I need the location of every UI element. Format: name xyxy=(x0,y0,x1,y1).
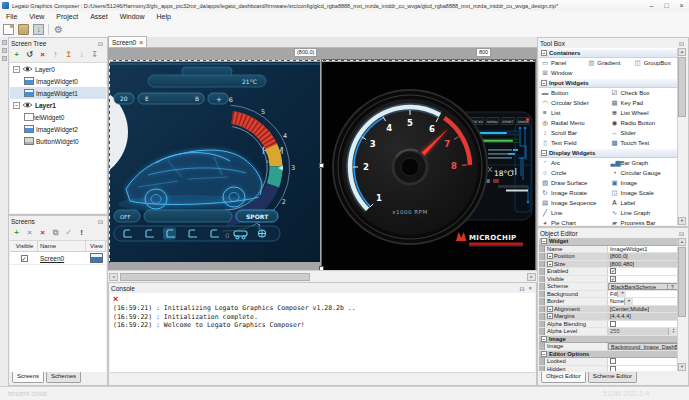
scroll-left-arrow[interactable]: ◂ xyxy=(109,273,118,281)
add-widget-icon[interactable]: + xyxy=(11,49,22,61)
delete-screen-icon[interactable]: × xyxy=(37,227,48,239)
visible-checkbox[interactable]: ✓ xyxy=(21,255,28,262)
expand-icon[interactable]: + xyxy=(547,306,553,312)
close-panel-icon[interactable]: × xyxy=(526,285,534,291)
tree-item-layer1[interactable]: −Layer1 xyxy=(10,99,106,111)
toolbox-item-bar-graph[interactable]: ▃▆Bar Graph xyxy=(609,158,679,168)
clear-console-icon[interactable]: × xyxy=(110,293,535,304)
scroll-down-arrow[interactable]: ▼ xyxy=(678,363,686,371)
pin-icon[interactable]: ⊡ xyxy=(677,40,686,47)
image-asset-button[interactable]: Background_Image_DashBoard xyxy=(608,343,678,350)
toolbox-item-list[interactable]: ≡List xyxy=(539,108,609,118)
select-value[interactable]: None xyxy=(608,298,624,305)
toolbox-item-slider[interactable]: ↔Slider xyxy=(609,128,679,138)
checkbox[interactable]: ✓ xyxy=(610,268,616,274)
toolbox-item-line[interactable]: ╱Line xyxy=(539,208,609,218)
toolbox-item-line-graph[interactable]: ∿Line Graph xyxy=(609,208,679,218)
visibility-eye-icon[interactable] xyxy=(22,101,33,109)
dropdown-arrow-icon[interactable]: ▼ xyxy=(624,298,633,305)
toolbox-item-radio-button[interactable]: ◉Radio Button xyxy=(609,118,679,128)
visibility-eye-icon[interactable] xyxy=(22,65,33,73)
tree-item-panelwidget0[interactable]: PanelWidget0 xyxy=(10,111,106,123)
tree-item-buttonwidget0[interactable]: ButtonWidget0 xyxy=(10,135,106,147)
checkbox[interactable] xyxy=(610,321,616,327)
selection-handle-left[interactable] xyxy=(319,163,324,168)
collapse-icon[interactable]: − xyxy=(541,80,547,86)
tab-schemes[interactable]: Schemes xyxy=(46,372,81,383)
expand-icon[interactable]: + xyxy=(547,261,553,267)
expand-icon[interactable]: + xyxy=(547,313,553,319)
tree-item-imagewidget2[interactable]: ImageWidget2 xyxy=(10,123,106,135)
duplicate-screen-icon[interactable]: ⧉ xyxy=(50,227,61,239)
dock-button[interactable] xyxy=(2,48,7,53)
dock-button[interactable] xyxy=(2,40,7,45)
checkbox[interactable] xyxy=(610,358,616,364)
dropdown-arrow-icon[interactable]: ▼ xyxy=(617,291,626,298)
toolbox-item-gradient[interactable]: ▥Gradient xyxy=(585,58,631,68)
collapse-icon[interactable]: − xyxy=(541,150,547,156)
toolbox-item-panel[interactable]: ▭Panel xyxy=(539,58,585,68)
toolbox-section-display-widgets[interactable]: −Display Widgets xyxy=(539,148,678,158)
toolbox-item-touch-test[interactable]: ▩Touch Test xyxy=(609,138,679,148)
delete-widget-icon[interactable]: × xyxy=(37,49,48,61)
collapse-icon[interactable]: − xyxy=(541,238,547,244)
dashboard-image-widget0[interactable]: 21°C 20 E B + RPM x1000 xyxy=(110,62,320,262)
remove-screen-icon[interactable]: × xyxy=(24,227,35,239)
property-section-widget[interactable]: −Widget xyxy=(539,238,678,246)
toolbox-scrollbar[interactable]: ▲ ▼ xyxy=(677,48,687,225)
toolbox-item-circular-gauge[interactable]: ◔Circular Gauge xyxy=(609,168,679,178)
move-top-icon[interactable]: ↥ xyxy=(63,49,74,61)
collapse-icon[interactable]: − xyxy=(13,66,20,73)
collapse-icon[interactable]: − xyxy=(541,336,547,342)
minimize-button[interactable]: – xyxy=(644,1,659,11)
screen-row-screen0[interactable]: ✓Screen0 xyxy=(10,252,106,265)
toolbox-item-list-wheel[interactable]: ≣List Wheel xyxy=(609,108,679,118)
menu-file[interactable]: File xyxy=(0,13,23,20)
select-value[interactable]: Fill xyxy=(608,291,617,298)
menu-asset[interactable]: Asset xyxy=(84,13,114,20)
add-screen-icon[interactable]: + xyxy=(11,227,22,239)
toolbox-item-pie-chart[interactable]: ◕Pie Chart xyxy=(539,218,609,225)
reorder-icon[interactable]: ↺ xyxy=(24,49,35,61)
toolbox-item-text-field[interactable]: ▯Text Field xyxy=(539,138,609,148)
scrollbar-thumb[interactable] xyxy=(678,57,686,117)
expand-icon[interactable]: + xyxy=(547,253,553,259)
toolbox-item-draw-surface[interactable]: ▧Draw Surface xyxy=(539,178,609,188)
scroll-up-arrow[interactable]: ▲ xyxy=(678,48,686,56)
open-project-icon[interactable] xyxy=(18,24,29,35)
toolbox-item-image-scale[interactable]: ◲Image Scale xyxy=(609,188,679,198)
toolbox-item-window[interactable]: ⊞Window xyxy=(539,68,585,78)
toolbox-item-circle[interactable]: ○Circle xyxy=(539,168,609,178)
scroll-right-arrow[interactable]: ▸ xyxy=(527,273,536,281)
tree-item-imagewidget1[interactable]: ImageWidget1 xyxy=(10,87,106,99)
confirm-icon[interactable]: ✓ xyxy=(63,227,74,239)
tree-item-layer0[interactable]: −Layer0 xyxy=(10,63,106,75)
toolbox-item-circular-slider[interactable]: ◠Circular Slider xyxy=(539,98,609,108)
toolbox-item-check-box[interactable]: ☑Check Box xyxy=(609,88,679,98)
new-project-icon[interactable] xyxy=(3,24,14,35)
move-bottom-icon[interactable]: ↧ xyxy=(89,49,100,61)
tab-screen0[interactable]: Screen0 × xyxy=(108,36,147,47)
pin-icon[interactable]: ⊡ xyxy=(96,218,105,225)
toolbox-item-radial-menu[interactable]: ◎Radial Menu xyxy=(539,118,609,128)
toolbox-section-input-widgets[interactable]: −Input Widgets xyxy=(539,78,678,88)
move-up-icon[interactable]: ↑ xyxy=(50,49,61,61)
property-section-image[interactable]: −Image xyxy=(539,336,678,344)
checkbox[interactable] xyxy=(610,366,616,371)
toolbox-item-scroll-bar[interactable]: ↕Scroll Bar xyxy=(539,128,609,138)
warning-icon[interactable]: ! xyxy=(76,227,87,239)
scroll-up-arrow[interactable]: ▲ xyxy=(678,238,686,246)
pin-icon[interactable]: ⊡ xyxy=(677,230,686,237)
pin-icon[interactable]: ⊡ xyxy=(517,285,526,292)
scroll-down-arrow[interactable]: ▼ xyxy=(678,217,686,225)
toolbox-item-label[interactable]: ALabel xyxy=(609,198,679,208)
design-canvas[interactable]: 21°C 20 E B + RPM x1000 xyxy=(108,48,537,282)
checkbox[interactable]: ✓ xyxy=(610,276,616,282)
menu-project[interactable]: Project xyxy=(50,13,84,20)
toolbox-item-arc[interactable]: ◜Arc xyxy=(539,158,609,168)
maximize-button[interactable]: □ xyxy=(659,1,674,11)
toolbox-item-image[interactable]: ▣Image xyxy=(609,178,679,188)
toolbox-item-button[interactable]: ▬Button xyxy=(539,88,609,98)
scrollbar-thumb[interactable] xyxy=(120,273,310,281)
menu-window[interactable]: Window xyxy=(114,13,151,20)
